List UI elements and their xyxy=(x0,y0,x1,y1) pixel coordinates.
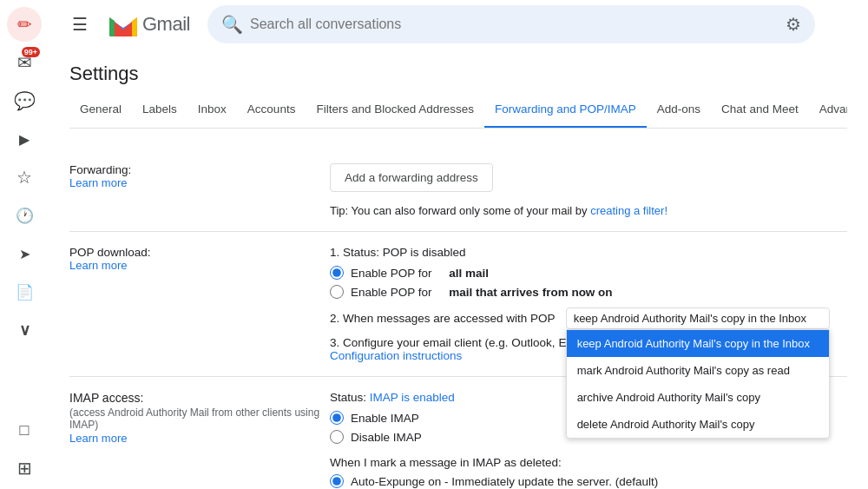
pop-step2-row: 2. When messages are accessed with POP k… xyxy=(330,307,847,329)
imap-sub-label: (access Android Authority Mail from othe… xyxy=(69,406,330,431)
pop-radio-all-mail[interactable]: Enable POP for all mail xyxy=(330,266,847,280)
search-bar[interactable]: 🔍 ⚙ xyxy=(207,5,815,43)
create-filter-link[interactable]: creating a filter! xyxy=(590,204,667,217)
auto-expunge-on-input[interactable] xyxy=(330,474,344,488)
forwarding-content: Add a forwarding address Tip: You can al… xyxy=(330,163,847,217)
pop-radio-all-mail-input[interactable] xyxy=(330,266,344,280)
logo-area: Gmail xyxy=(108,9,190,40)
tab-addons[interactable]: Add-ons xyxy=(647,92,711,129)
starred-icon[interactable]: ☆ xyxy=(7,160,42,195)
pop-radio-group: Enable POP for all mail Enable POP for m… xyxy=(330,266,847,299)
send-icon[interactable]: ➤ xyxy=(7,236,42,271)
tab-forwarding[interactable]: Forwarding and POP/IMAP xyxy=(484,92,647,129)
dropdown-option-read[interactable]: mark Android Authority Mail's copy as re… xyxy=(567,357,829,384)
compose-icon[interactable]: ✏ xyxy=(7,7,42,42)
imap-disable-input[interactable] xyxy=(330,430,344,444)
pop-label-col: POP download: Learn more xyxy=(69,246,330,272)
pop-content: 1. Status: POP is disabled Enable POP fo… xyxy=(330,246,847,362)
more-icon[interactable]: ∨ xyxy=(7,313,42,347)
tab-filters[interactable]: Filters and Blocked Addresses xyxy=(306,92,484,129)
auto-expunge-on-radio[interactable]: Auto-Expunge on - Immediately update the… xyxy=(330,474,847,488)
forwarding-label: Forwarding: xyxy=(69,163,330,176)
sidebar: ✏ ✉ 99+ 💬 ▶ ☆ 🕐 ➤ 📄 ∨ □ ⊞ xyxy=(0,0,49,489)
dropdown-option-archive[interactable]: archive Android Authority Mail's copy xyxy=(567,384,829,411)
pop-dropdown[interactable]: keep Android Authority Mail's copy in th… xyxy=(566,307,830,329)
imap-label-col: IMAP access: (access Android Authority M… xyxy=(69,391,330,445)
dropdown-option-keep[interactable]: keep Android Authority Mail's copy in th… xyxy=(567,330,829,357)
search-input[interactable] xyxy=(250,17,779,32)
video-icon[interactable]: ▶ xyxy=(7,122,42,156)
settings-tabs: General Labels Inbox Accounts Filters an… xyxy=(69,92,847,129)
pop-label: POP download: xyxy=(69,246,330,259)
content-area: Forwarding: Learn more Add a forwarding … xyxy=(69,129,847,489)
search-icon: 🔍 xyxy=(221,14,243,35)
tab-chat[interactable]: Chat and Meet xyxy=(711,92,809,129)
dropdown-option-delete[interactable]: delete Android Authority Mail's copy xyxy=(567,411,829,438)
main-area: ☰ Gmail 🔍 ⚙ Settings General Labels xyxy=(49,0,868,489)
deleted-label: When I mark a message in IMAP as deleted… xyxy=(330,456,847,469)
pop-status: 1. Status: POP is disabled xyxy=(330,246,847,259)
settings-area: Settings General Labels Inbox Accounts F… xyxy=(49,49,868,489)
forwarding-label-col: Forwarding: Learn more xyxy=(69,163,330,189)
add-forwarding-button[interactable]: Add a forwarding address xyxy=(330,163,493,192)
topbar: ☰ Gmail 🔍 ⚙ xyxy=(49,0,868,49)
pop-radio-from-now-input[interactable] xyxy=(330,285,344,299)
docs-icon[interactable]: 📄 xyxy=(7,274,42,309)
hamburger-menu[interactable]: ☰ xyxy=(62,7,97,42)
tip-text: Tip: You can also forward only some of y… xyxy=(330,204,847,217)
chat-icon[interactable]: 💬 xyxy=(7,83,42,118)
tab-advanced[interactable]: Advanced xyxy=(809,92,847,129)
pop-learn-more[interactable]: Learn more xyxy=(69,259,127,272)
pop-step2-label: 2. When messages are accessed with POP xyxy=(330,312,556,325)
gmail-logo-icon xyxy=(108,9,139,40)
imap-enable-input[interactable] xyxy=(330,411,344,425)
mail-icon[interactable]: ✉ 99+ xyxy=(7,45,42,80)
rooms-icon[interactable]: □ xyxy=(7,413,42,447)
pop-download-section: POP download: Learn more 1. Status: POP … xyxy=(69,232,847,377)
mail-badge: 99+ xyxy=(22,47,40,57)
expunge-radio-group: Auto-Expunge on - Immediately update the… xyxy=(330,474,847,489)
tab-inbox[interactable]: Inbox xyxy=(187,92,237,129)
grid-icon[interactable]: ⊞ xyxy=(7,451,42,486)
tab-accounts[interactable]: Accounts xyxy=(237,92,306,129)
tab-general[interactable]: General xyxy=(69,92,132,129)
snooze-icon[interactable]: 🕐 xyxy=(7,198,42,233)
forwarding-section: Forwarding: Learn more Add a forwarding … xyxy=(69,149,847,232)
pop-dropdown-container: keep Android Authority Mail's copy in th… xyxy=(566,307,830,329)
pop-radio-from-now[interactable]: Enable POP for mail that arrives from no… xyxy=(330,285,847,299)
configuration-instructions-link[interactable]: Configuration instructions xyxy=(330,349,462,362)
app-name: Gmail xyxy=(142,13,190,36)
page-title: Settings xyxy=(69,49,847,92)
forwarding-learn-more[interactable]: Learn more xyxy=(69,176,127,189)
tune-icon[interactable]: ⚙ xyxy=(786,14,801,35)
pop-dropdown-open: keep Android Authority Mail's copy in th… xyxy=(566,329,830,439)
imap-status-value: IMAP is enabled xyxy=(370,391,455,404)
tab-labels[interactable]: Labels xyxy=(132,92,187,129)
imap-learn-more[interactable]: Learn more xyxy=(69,432,127,445)
imap-label: IMAP access: xyxy=(69,391,330,405)
